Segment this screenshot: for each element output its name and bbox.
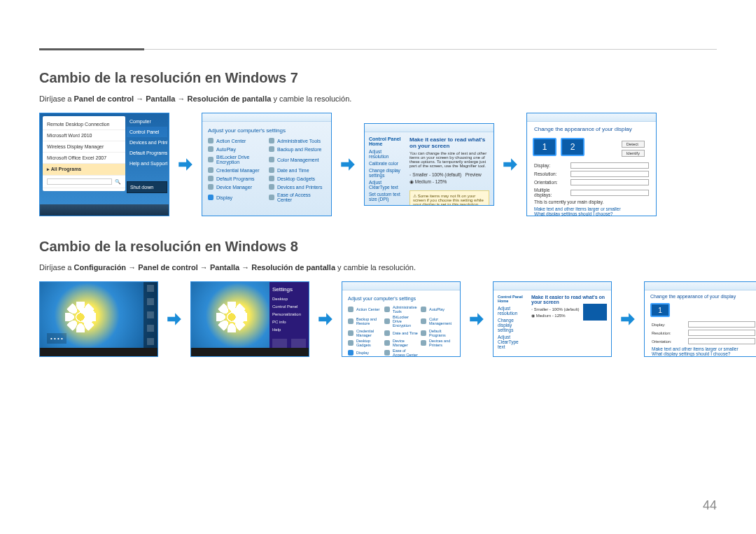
instruction-win7: Diríjase a Panel de control → Pantalla →… (39, 94, 717, 103)
arrow-icon (468, 310, 486, 328)
monitor-2: 2 (561, 138, 584, 156)
cp-item: Credential Manager (208, 167, 265, 173)
detect-button: Detect (622, 141, 645, 148)
monitors-preview: 1 2 (527, 134, 590, 160)
identify-button: Identify (622, 150, 645, 157)
heading-win7: Cambio de la resolución en Windows 7 (39, 70, 717, 86)
screenshot-display: Control Panel Home Adjust resolution Cal… (364, 123, 494, 206)
cp-item-display: Display (208, 192, 265, 202)
cp-item: AutoPlay (421, 305, 454, 314)
taskbar (40, 348, 158, 356)
address-bar (365, 124, 493, 132)
start-menu-left: Remote Desktop Connection Microsoft Word… (43, 116, 125, 191)
left-link: Adjust ClearType text (498, 335, 523, 349)
start-right-item: Default Programs (127, 148, 167, 158)
left-link: Adjust resolution (369, 149, 401, 159)
cp-item: Credential Manager (348, 329, 382, 337)
cp-item: Device Manager (208, 184, 265, 190)
cp-item: Devices and Printers (421, 339, 454, 347)
page-number: 44 (703, 498, 717, 513)
cp-item: Device Manager (384, 339, 418, 347)
start-menu-item: Microsoft Office Excel 2007 (43, 153, 125, 164)
shutdown-button: Shut down (127, 181, 167, 193)
screenshot-win8-desktop-charms: • • • • (39, 281, 158, 357)
address-bar (527, 113, 656, 122)
cp-item-display: Display (348, 349, 382, 357)
left-link: Change display settings (498, 318, 523, 332)
start-right-item: Devices and Printers (127, 137, 167, 148)
cp-item: AutoPlay (208, 146, 265, 152)
charm-devices-icon (147, 325, 154, 332)
taskbar (40, 204, 169, 216)
arrow-icon (316, 310, 335, 328)
cp-item: Ease of Access Center (384, 349, 418, 357)
time-overlay: • • • • (47, 333, 66, 344)
taskbar (191, 348, 309, 356)
left-link: Set custom text size (DPI) (369, 192, 401, 202)
header-rule-bold (39, 48, 144, 50)
cp-item: Administrative Tools (384, 305, 418, 314)
settings-item-control-panel: Control Panel (272, 304, 306, 309)
cp-item: Desktop Gadgets (348, 339, 382, 347)
cp-item: Ease of Access Center (269, 192, 326, 202)
quick-icon (272, 339, 287, 349)
charms-bar (144, 282, 158, 348)
screenshot-win8-settings: Settings Desktop Control Panel Personali… (190, 281, 309, 357)
cp-item: Default Programs (208, 176, 265, 181)
cp-item: BitLocker Drive Encryption (208, 155, 265, 164)
flow-win8: • • • • Settings Desktop Control Panel P… (39, 281, 717, 357)
left-link: Change display settings (369, 168, 401, 178)
address-bar (202, 113, 331, 122)
screenshot-win8-display: Control Panel Home Adjust resolution Cha… (493, 281, 612, 357)
link: What display settings should I choose? (534, 211, 649, 216)
cp-item: Default Programs (421, 329, 454, 337)
settings-item: Help (272, 328, 306, 332)
cp-item: Backup and Restore (348, 315, 382, 328)
start-menu-right: Computer Control Panel Devices and Print… (127, 116, 167, 193)
start-right-item-control-panel: Control Panel (127, 127, 167, 137)
start-menu-item: Wireless Display Manager (43, 141, 125, 153)
arrow-icon (501, 155, 519, 174)
wallpaper-flower (65, 302, 96, 332)
monitor-1: 1 (650, 303, 670, 317)
cp-grid: Action Center Administrative Tools AutoP… (202, 135, 331, 208)
cp-item: Desktop Gadgets (269, 176, 326, 181)
screenshot-win8-resolution: Change the appearance of your display 1 … (644, 281, 756, 357)
settings-item: Desktop (272, 297, 306, 301)
cp-item: Action Center (348, 305, 382, 314)
cp-item: Color Management (421, 315, 454, 328)
address-bar (645, 282, 756, 290)
arrow-icon (339, 155, 357, 174)
charm-search-icon (147, 285, 154, 292)
link: What display settings should I choose? (652, 351, 755, 356)
wallpaper-flower (216, 302, 247, 332)
settings-item: PC info (272, 320, 306, 324)
screenshot-start-menu: Remote Desktop Connection Microsoft Word… (39, 113, 169, 216)
quick-icon (291, 339, 306, 349)
display-left-nav: Control Panel Home Adjust resolution Cal… (365, 132, 405, 206)
all-programs: ▸ All Programs (43, 164, 125, 176)
settings-item: Personalization (272, 312, 306, 316)
left-link: Adjust ClearType text (369, 180, 401, 190)
start-right-item: Computer (127, 116, 167, 127)
settings-panel: Settings Desktop Control Panel Personali… (270, 282, 309, 356)
arrow-icon (165, 310, 183, 328)
cp-item: Backup and Restore (269, 146, 326, 152)
screenshot-resolution: Change the appearance of your display 1 … (526, 113, 657, 216)
search-box: 🔍 (43, 176, 125, 188)
instruction-win8: Diríjase a Configuración → Panel de cont… (39, 263, 717, 272)
arrow-icon (176, 155, 195, 174)
start-menu-item: Microsoft Word 2010 (43, 130, 125, 141)
address-bar (342, 282, 460, 290)
cp-item: BitLocker Drive Encryption (384, 315, 418, 328)
charm-start-icon (147, 311, 154, 318)
screenshot-win8-control-panel: Adjust your computer's settings Action C… (342, 281, 461, 357)
cp-item: Date and Time (269, 167, 326, 173)
link: Make text and other items larger or smal… (534, 206, 649, 211)
link: Make text and other items larger or smal… (652, 346, 755, 351)
cp-item: Color Management (269, 155, 326, 164)
monitor-1: 1 (533, 138, 556, 156)
resolution-form: Display: Resolution: Orientation: Multip… (527, 161, 656, 216)
cp-title: Adjust your computer's settings (342, 290, 460, 302)
cp-title: Adjust your computer's settings (202, 122, 331, 135)
